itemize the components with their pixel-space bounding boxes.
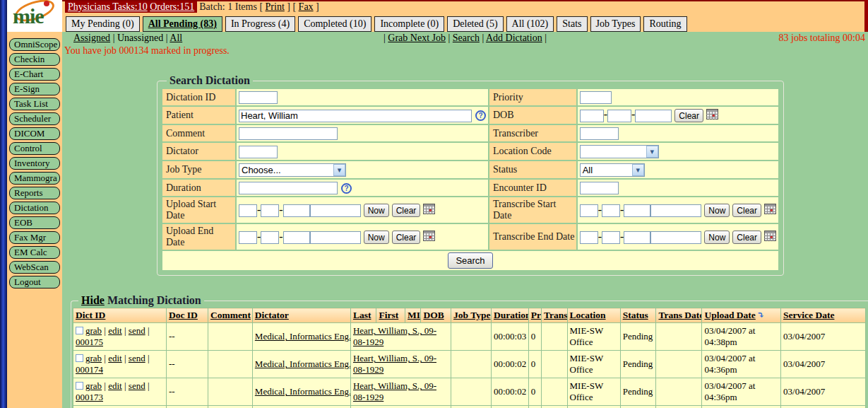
grab-next-job-link[interactable]: Grab Next Job (388, 33, 446, 43)
dob-part1-input[interactable] (580, 110, 604, 122)
sidebar-item-inventory[interactable]: Inventory (9, 157, 60, 170)
physicians-tasks-link[interactable]: Physicians Tasks:10 (68, 1, 148, 12)
status-select[interactable]: All▾ (580, 163, 645, 177)
transcribe-end-part1-input[interactable] (580, 231, 598, 244)
sort-link-doc-id[interactable]: Doc ID (169, 310, 198, 320)
filter-all-link[interactable]: All (170, 33, 182, 43)
sidebar-item-dicom[interactable]: DICOM (9, 127, 60, 140)
sort-link-trans[interactable]: Trans (544, 310, 567, 320)
transcribe-start-part2-input[interactable] (602, 204, 620, 217)
sidebar-item-checkin[interactable]: Checkin (9, 53, 60, 66)
sort-direction-icon[interactable]: ⤵ (757, 310, 765, 321)
search-button[interactable]: Search (448, 252, 492, 269)
tab-stats[interactable]: Stats (557, 16, 587, 32)
upload-end-part1-input[interactable] (239, 231, 257, 244)
sort-link-duration[interactable]: Duration (494, 310, 528, 320)
tab-incomplete-0[interactable]: Incomplete (0) (374, 16, 444, 32)
dict-id-link[interactable]: 000175 (76, 337, 103, 347)
row-checkbox[interactable] (76, 382, 83, 390)
upload-start-part2-input[interactable] (261, 204, 279, 217)
tab-job-types[interactable]: Job Types (590, 16, 641, 32)
row-checkbox[interactable] (76, 327, 83, 334)
sort-link-dob[interactable]: DOB (423, 310, 444, 320)
transcribe-end-calendar-icon[interactable] (764, 231, 776, 244)
transcribe-start-time-input[interactable] (650, 204, 701, 217)
sort-link-first[interactable]: First (379, 310, 398, 320)
upload-end-now-button[interactable]: Now (364, 231, 389, 244)
edit-link[interactable]: edit (108, 380, 122, 391)
sidebar-item-control[interactable]: Control (9, 142, 60, 155)
patient-link[interactable]: Heart, William, S., 09-08-1929 (353, 380, 436, 402)
sidebar-item-omniscope[interactable]: OmniScope (9, 38, 60, 51)
sort-link-location[interactable]: Location (570, 310, 606, 320)
sidebar-item-em-calc[interactable]: EM Calc (9, 246, 60, 259)
priority-input[interactable] (580, 91, 612, 104)
dob-part2-input[interactable] (607, 110, 631, 122)
sidebar-item-e-sign[interactable]: E-Sign (9, 83, 60, 95)
tab-routing[interactable]: Routing (643, 16, 686, 32)
sort-link-service-date[interactable]: Service Date (783, 310, 834, 320)
location-code-select-chevron-down-icon[interactable]: ▾ (646, 146, 658, 158)
upload-end-calendar-icon[interactable] (423, 231, 435, 244)
dictator-link[interactable]: Medical, Informatics Eng. (255, 359, 351, 369)
transcribe-end-clear-button[interactable]: Clear (732, 231, 761, 244)
edit-link[interactable]: edit (108, 353, 122, 363)
patient-input[interactable] (239, 110, 472, 122)
fax-link[interactable]: Fax (299, 1, 314, 12)
sort-link-trans-date[interactable]: Trans Date (658, 310, 701, 320)
upload-start-now-button[interactable]: Now (364, 204, 389, 217)
tab-all-pending-83[interactable]: All Pending (83) (143, 16, 222, 32)
dob-part3-input[interactable] (635, 110, 672, 122)
row-checkbox[interactable] (76, 354, 83, 362)
sort-link-comment[interactable]: Comment (210, 310, 251, 320)
sidebar-item-scheduler[interactable]: Scheduler (9, 112, 60, 125)
sidebar-item-eob[interactable]: EOB (9, 216, 60, 229)
job-type-select-chevron-down-icon[interactable]: ▾ (333, 164, 345, 176)
transcribe-end-now-button[interactable]: Now (704, 231, 730, 244)
sidebar-item-fax-mgr[interactable]: Fax Mgr (9, 231, 60, 244)
tab-all-102[interactable]: All (102) (506, 16, 554, 32)
dict-id-link[interactable]: 000174 (76, 364, 103, 375)
sidebar-item-logout[interactable]: Logout (9, 276, 60, 288)
dictator-link[interactable]: Medical, Informatics Eng. (255, 331, 351, 342)
duration-input[interactable] (239, 182, 338, 194)
tab-in-progress-4[interactable]: In Progress (4) (225, 16, 295, 32)
send-link[interactable]: send (129, 353, 145, 363)
upload-start-calendar-icon[interactable] (423, 204, 435, 217)
location-code-select[interactable]: ▾ (580, 145, 659, 158)
sort-link-pri[interactable]: Pri (531, 310, 542, 320)
add-dictation-link[interactable]: Add Dictation (486, 33, 542, 43)
grab-link[interactable]: grab (85, 353, 102, 363)
tab-my-pending-0[interactable]: My Pending (0) (66, 16, 140, 32)
sort-link-mi[interactable]: MI (408, 310, 420, 320)
logo[interactable]: mie (7, 0, 62, 32)
dob-clear-button[interactable]: Clear (674, 109, 703, 122)
sort-link-dictator[interactable]: Dictator (255, 310, 289, 320)
sidebar-item-webscan[interactable]: WebScan (9, 261, 60, 274)
transcribe-start-clear-button[interactable]: Clear (732, 204, 761, 217)
dict-id-link[interactable]: 000173 (76, 392, 103, 402)
sidebar-item-task-list[interactable]: Task List (9, 98, 60, 110)
transcribe-start-part3-input[interactable] (624, 204, 650, 217)
print-link[interactable]: Print (266, 1, 285, 12)
transcribe-start-part1-input[interactable] (580, 204, 598, 217)
dictator-input[interactable] (239, 146, 278, 158)
transcribe-end-time-input[interactable] (650, 231, 701, 244)
patient-link[interactable]: Heart, William, S., 09-08-1929 (353, 353, 436, 375)
upload-end-part3-input[interactable] (283, 231, 310, 244)
job-type-select[interactable]: Choose...▾ (239, 163, 346, 177)
upload-start-part1-input[interactable] (239, 204, 257, 217)
upload-end-clear-button[interactable]: Clear (392, 231, 421, 244)
tab-deleted-5[interactable]: Deleted (5) (447, 16, 503, 32)
sort-link-last[interactable]: Last (353, 310, 371, 320)
filter-unassigned-item[interactable]: Unassigned (117, 33, 163, 43)
filter-assigned-link[interactable]: Assigned (73, 33, 110, 43)
patient-link[interactable]: Heart, William, S., 09-08-1929 (353, 325, 436, 347)
encounter-id-input[interactable] (580, 182, 619, 194)
sort-link-upload-date[interactable]: Upload Date (704, 310, 755, 320)
transcribe-start-now-button[interactable]: Now (704, 204, 730, 217)
dob-calendar-icon[interactable] (706, 109, 718, 122)
sidebar-item-dictation[interactable]: Dictation (9, 202, 60, 214)
tab-completed-10[interactable]: Completed (10) (298, 16, 371, 32)
hide-results-link[interactable]: Hide (81, 294, 105, 306)
